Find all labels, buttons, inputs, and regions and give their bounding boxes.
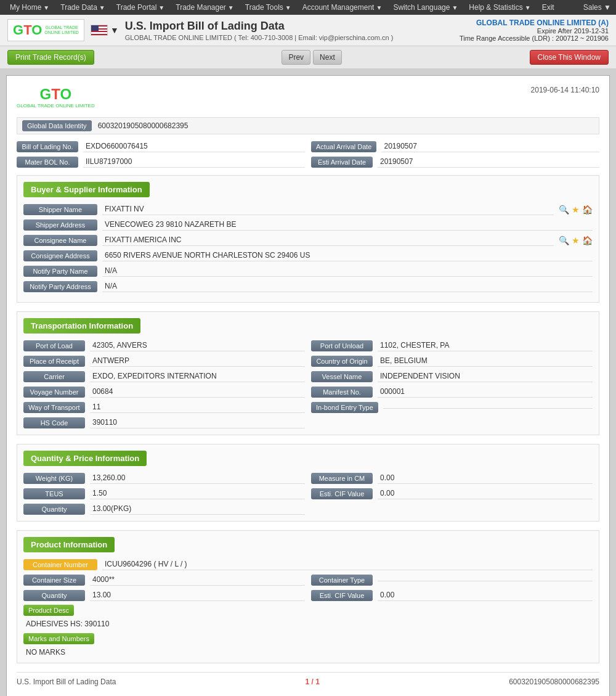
port-of-load-label: Port of Load (23, 340, 85, 351)
hs-code-label: HS Code (23, 417, 85, 428)
notify-party-name-value: N/A (102, 265, 593, 277)
way-of-transport-cell: Way of Transport 11 (23, 401, 305, 413)
manifest-no-value: 000001 (378, 386, 593, 398)
country-of-origin-value: BE, BELGIUM (378, 355, 593, 367)
bol-row-2: Mater BOL No. IILU87197000 Esti Arrival … (17, 156, 599, 168)
toolbar-center: Prev Next (282, 50, 341, 65)
actual-arrival-half: Actual Arrival Date 20190507 (311, 141, 599, 152)
doc-logo-sub: GLOBAL TRADE ONLINE LIMITED (17, 103, 95, 108)
qty-row-2: TEUS 1.50 Esti. CIF Value 0.00 (23, 488, 593, 499)
container-size-value: 4000** (90, 574, 305, 586)
buyer-supplier-header: Buyer & Supplier Information (23, 182, 150, 197)
nav-help-statistics[interactable]: Help & Statistics ▼ (464, 1, 535, 14)
marks-row: Marks and Numbers (23, 633, 593, 644)
bol-no-label: Bill of Lading No. (17, 141, 78, 152)
container-number-value: ICUU9604296 ( HV / L / ) (102, 559, 593, 570)
home-icon[interactable]: 🏠 (582, 205, 593, 215)
shipper-icons: 🔍 ★ 🏠 (559, 205, 593, 215)
hs-code-cell: HS Code 390110 (23, 417, 305, 428)
notify-party-name-row: Notify Party Name N/A (23, 265, 593, 277)
consignee-name-label: Consignee Name (23, 235, 97, 246)
nav-switch-language[interactable]: Switch Language ▼ (388, 1, 463, 14)
manifest-no-cell: Manifest No. 000001 (311, 386, 593, 398)
prev-button-top[interactable]: Prev (282, 50, 310, 65)
container-type-label: Container Type (311, 575, 373, 586)
product-desc-value-row: ADHESIVES HS: 390110 (23, 620, 593, 628)
transportation-grid: Port of Load 42305, ANVERS Port of Unloa… (23, 340, 593, 428)
weight-cell: Weight (KG) 13,260.00 (23, 472, 305, 484)
document-box: GTO GLOBAL TRADE ONLINE LIMITED 2019-06-… (6, 75, 610, 696)
trans-row-2: Place of Receipt ANTWERP Country of Orig… (23, 355, 593, 367)
buyer-supplier-section: Buyer & Supplier Information Shipper Nam… (17, 175, 599, 303)
shipper-address-value: VENECOWEG 23 9810 NAZARETH BE (102, 219, 593, 231)
gdi-label: Global Data Identity (22, 120, 92, 131)
doc-footer-left: U.S. Import Bill of Lading Data (17, 678, 116, 686)
mater-bol-half: Mater BOL No. IILU87197000 (17, 156, 305, 168)
nav-trade-portal[interactable]: Trade Portal ▼ (111, 1, 170, 14)
logo-subtitle: GLOBAL TRADEONLINE LIMITED (44, 25, 79, 36)
carrier-value: EXDO, EXPEDITORS INTERNATION (90, 371, 305, 382)
voyage-number-cell: Voyage Number 00684 (23, 386, 305, 398)
container-type-cell: Container Type (311, 574, 593, 586)
mater-bol-label: Mater BOL No. (17, 157, 78, 168)
ldr-range: Time Range Accessible (LDR) : 200712 ~ 2… (460, 35, 609, 42)
nav-account-management[interactable]: Account Management ▼ (298, 1, 387, 14)
teus-value: 1.50 (90, 488, 305, 499)
company-logo: GTO GLOBAL TRADEONLINE LIMITED (7, 19, 84, 41)
search-icon[interactable]: 🔍 (559, 205, 569, 215)
manifest-no-label: Manifest No. (311, 387, 373, 398)
container-size-cell: Container Size 4000** (23, 574, 305, 586)
trans-row-4: Voyage Number 00684 Manifest No. 000001 (23, 386, 593, 398)
page-header: GTO GLOBAL TRADEONLINE LIMITED ▼ U.S. (0, 15, 616, 46)
next-button-top[interactable]: Next (313, 50, 342, 65)
doc-footer-right: 6003201905080000682395 (509, 678, 599, 686)
quantity-cell: Quantity 13.00(PKG) (23, 503, 305, 515)
close-button-top[interactable]: Close This Window (530, 50, 609, 65)
trans-row-1: Port of Load 42305, ANVERS Port of Unloa… (23, 340, 593, 351)
print-button-top[interactable]: Print Trade Record(s) (7, 50, 94, 65)
consignee-address-label: Consignee Address (23, 250, 97, 261)
doc-timestamp: 2019-06-14 11:40:10 (531, 86, 599, 94)
esti-arrival-half: Esti Arrival Date 20190507 (311, 156, 599, 168)
shipper-name-value: FIXATTI NV (102, 203, 554, 215)
container-size-label: Container Size (23, 575, 85, 586)
consignee-search-icon[interactable]: 🔍 (559, 235, 569, 245)
port-of-unload-value: 1102, CHESTER, PA (378, 340, 593, 351)
nav-trade-manager[interactable]: Trade Manager ▼ (171, 1, 239, 14)
consignee-name-value: FIXATTI AMERICA INC (102, 234, 554, 246)
actual-arrival-label: Actual Arrival Date (311, 141, 376, 152)
measure-cm-value: 0.00 (378, 472, 593, 484)
consignee-icons: 🔍 ★ 🏠 (559, 235, 593, 245)
qty-grid: Weight (KG) 13,260.00 Measure in CM 0.00… (23, 472, 593, 515)
bol-no-value: EXDO6600076415 (83, 141, 305, 152)
port-of-load-value: 42305, ANVERS (90, 340, 305, 351)
carrier-cell: Carrier EXDO, EXPEDITORS INTERNATION (23, 371, 305, 382)
teus-label: TEUS (23, 488, 85, 499)
toolbar-top: Print Trade Record(s) Prev Next Close Th… (0, 46, 616, 69)
nav-trade-tools[interactable]: Trade Tools ▼ (240, 1, 296, 14)
consignee-home-icon[interactable]: 🏠 (582, 235, 593, 245)
inbond-entry-value (383, 406, 593, 409)
trans-row-3: Carrier EXDO, EXPEDITORS INTERNATION Ves… (23, 371, 593, 382)
hs-code-spacer (311, 417, 593, 428)
product-desc-value: ADHESIVES HS: 390110 (26, 620, 109, 628)
transportation-header: Transportation Information (23, 318, 140, 334)
consignee-address-row: Consignee Address 6650 RIVERS AVENUE NOR… (23, 250, 593, 261)
trans-row-5: Way of Transport 11 In-bond Entry Type (23, 401, 593, 413)
inbond-entry-label: In-bond Entry Type (311, 402, 378, 413)
nav-exit[interactable]: Exit (537, 1, 559, 14)
place-of-receipt-label: Place of Receipt (23, 356, 85, 367)
container-number-row: Container Number ICUU9604296 ( HV / L / … (23, 559, 593, 570)
star-icon[interactable]: ★ (572, 205, 580, 215)
esti-arrival-label: Esti Arrival Date (311, 157, 373, 168)
nav-trade-data[interactable]: Trade Data ▼ (55, 1, 110, 14)
place-of-receipt-cell: Place of Receipt ANTWERP (23, 355, 305, 367)
flag-container: ▼ (91, 25, 119, 36)
esti-cif-cell: Esti. CIF Value 0.00 (311, 488, 593, 499)
consignee-star-icon[interactable]: ★ (572, 235, 580, 245)
toolbar-right: Close This Window (530, 50, 609, 65)
consignee-name-row: Consignee Name FIXATTI AMERICA INC 🔍 ★ 🏠 (23, 234, 593, 246)
quantity-price-section: Quantity & Price Information Weight (KG)… (17, 444, 599, 522)
nav-my-home[interactable]: My Home ▼ (5, 1, 54, 14)
header-right: GLOBAL TRADE ONLINE LIMITED (A) Expire A… (460, 18, 609, 42)
